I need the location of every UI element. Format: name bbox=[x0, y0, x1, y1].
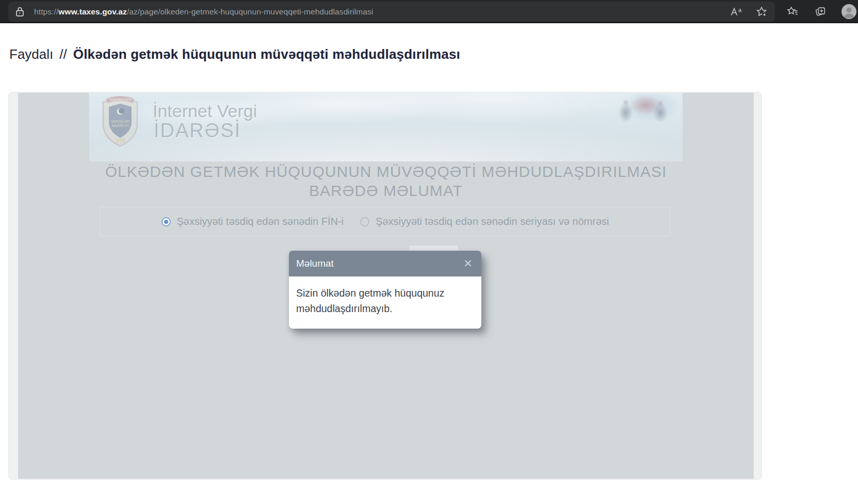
document-type-radio-group: Şəxsiyyəti təsdiq edən sənədin FİN-i Şəx… bbox=[100, 207, 670, 236]
modal-header: Məlumat ✕ bbox=[289, 251, 481, 277]
radio-selected-icon[interactable] bbox=[161, 217, 171, 226]
modal-body: Sizin ölkədən getmək hüququnuz məhdudlaş… bbox=[289, 277, 481, 329]
read-aloud-icon[interactable] bbox=[730, 6, 742, 18]
page-title: Ölkədən getmək hüququnun müvəqqəti məhdu… bbox=[73, 46, 460, 62]
breadcrumb: Faydalı // Ölkədən getmək hüququnun müvə… bbox=[9, 46, 460, 62]
radio-option-series[interactable]: Şəxsiyyəti təsdiq edən sənədin seriyası … bbox=[360, 216, 609, 227]
tax-ministry-logo-icon: AZƏRBAYCAN VERGİLƏR NAZİRLİYİ VN bbox=[100, 95, 141, 148]
add-favorite-icon[interactable] bbox=[755, 6, 768, 18]
portal-brand-line1: İnternet Vergi bbox=[153, 101, 257, 121]
url-domain: www.taxes.gov.az bbox=[58, 7, 127, 16]
url-path: /az/page/olkeden-getmek-huququnun-muveqq… bbox=[127, 7, 374, 16]
profile-avatar[interactable] bbox=[841, 4, 856, 19]
breadcrumb-section[interactable]: Faydalı bbox=[9, 46, 53, 62]
page: https://www.taxes.gov.az/az/page/olkeden… bbox=[0, 0, 858, 504]
browser-toolbar: https://www.taxes.gov.az/az/page/olkeden… bbox=[0, 0, 858, 23]
address-bar[interactable]: https://www.taxes.gov.az/az/page/olkeden… bbox=[8, 2, 775, 22]
favorites-hub-icon[interactable] bbox=[786, 5, 799, 18]
banner-officials-photo bbox=[603, 93, 683, 125]
portal-banner: AZƏRBAYCAN VERGİLƏR NAZİRLİYİ VN İnterne… bbox=[89, 93, 683, 161]
portal-brand-line2: İDARƏSİ bbox=[154, 120, 241, 142]
modal-message: Sizin ölkədən getmək hüququnuz məhdudlaş… bbox=[296, 285, 466, 316]
portal-heading-line2: BARƏDƏ MƏLUMAT bbox=[89, 181, 683, 200]
portal-heading-line1: ÖLKƏDƏN GETMƏK HÜQUQUNUN MÜVƏQQƏTİ MƏHDU… bbox=[89, 162, 683, 181]
radio-option-fin[interactable]: Şəxsiyyəti təsdiq edən sənədin FİN-i bbox=[161, 216, 344, 227]
collections-icon[interactable] bbox=[814, 5, 827, 18]
radio-unselected-icon[interactable] bbox=[360, 217, 369, 226]
radio-option-fin-label: Şəxsiyyəti təsdiq edən sənədin FİN-i bbox=[177, 216, 344, 227]
logo-ribbon-text: AZƏRBAYCAN bbox=[110, 98, 131, 101]
close-icon[interactable]: ✕ bbox=[461, 257, 475, 270]
radio-option-series-label: Şəxsiyyəti təsdiq edən sənədin seriyası … bbox=[376, 216, 609, 227]
breadcrumb-separator: // bbox=[59, 46, 67, 62]
lock-icon[interactable] bbox=[15, 6, 25, 17]
portal-heading: ÖLKƏDƏN GETMƏK HÜQUQUNUN MÜVƏQQƏTİ MƏHDU… bbox=[89, 162, 683, 200]
url-text[interactable]: https://www.taxes.gov.az/az/page/olkeden… bbox=[34, 7, 373, 17]
info-modal: Məlumat ✕ Sizin ölkədən getmək hüququnuz… bbox=[289, 251, 481, 329]
logo-mid-text-1: VERGİLƏR bbox=[111, 119, 129, 123]
modal-title: Məlumat bbox=[296, 258, 334, 269]
url-scheme: https:// bbox=[34, 7, 58, 16]
logo-monogram: VN bbox=[116, 137, 125, 144]
logo-mid-text-2: NAZİRLİYİ bbox=[111, 123, 129, 127]
